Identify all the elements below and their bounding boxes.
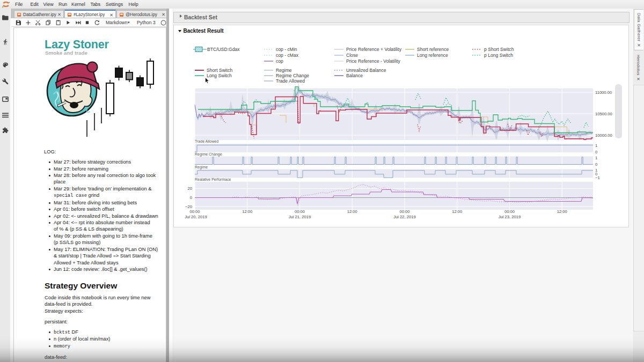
svg-text:20: 20 [188,186,192,191]
svg-text:Jul 22, 2019: Jul 22, 2019 [393,215,415,219]
svg-text:12:00: 12:00 [452,209,462,214]
svg-text:−20: −20 [185,204,192,209]
svg-text:Close: Close [346,53,358,58]
svg-text:1: 1 [595,156,597,160]
svg-text:Jul 20, 2019: Jul 20, 2019 [185,215,207,219]
svg-text:cop - cMax: cop - cMax [276,53,299,58]
svg-text:Price Reference + Volatility: Price Reference + Volatility [346,47,402,52]
svg-text:Unrealized Balance: Unrealized Balance [346,68,386,73]
svg-text:Regime Change: Regime Change [195,152,222,157]
svg-text:10000.00: 10000.00 [595,133,612,138]
svg-text:Price Reference - Volatility: Price Reference - Volatility [346,58,400,64]
svg-text:0: 0 [595,150,597,154]
svg-text:00:00: 00:00 [399,209,409,214]
svg-text:Short reference: Short reference [417,47,449,52]
svg-text:−1: −1 [595,175,600,180]
svg-text:11000.00: 11000.00 [595,90,612,95]
svg-text:Regime: Regime [276,68,292,73]
svg-text:cop: cop [276,58,283,64]
svg-text:Jul 21, 2019: Jul 21, 2019 [289,215,311,219]
svg-text:Realative Performace: Realative Performace [195,178,231,181]
svg-text:p Short Switch: p Short Switch [484,47,514,52]
svg-text:Long Switch: Long Switch [207,73,232,78]
svg-text:0: 0 [190,195,192,200]
svg-text:Regime: Regime [195,165,208,169]
svg-text:00:00: 00:00 [189,209,200,214]
svg-text:p Long Switch: p Long Switch [484,53,513,58]
svg-text:0: 0 [595,162,597,167]
svg-text:00:00: 00:00 [295,209,305,214]
svg-text:BTC/USD:Gdax: BTC/USD:Gdax [207,47,240,52]
svg-text:Short Switch: Short Switch [207,68,232,73]
svg-text:Trade Allowed: Trade Allowed [195,139,218,143]
svg-text:1: 1 [595,143,597,148]
svg-text:Balance: Balance [346,73,363,78]
svg-text:12:00: 12:00 [242,209,252,214]
svg-text:00:00: 00:00 [504,209,515,214]
svg-text:10500.00: 10500.00 [595,112,612,116]
svg-text:cop - cMin: cop - cMin [276,47,297,52]
svg-text:Regime Change: Regime Change [276,73,309,78]
svg-text:Jul 23, 2019: Jul 23, 2019 [499,215,521,219]
svg-text:Long reference: Long reference [417,53,448,58]
svg-text:12:00: 12:00 [347,209,357,214]
svg-text:Trade Allowed: Trade Allowed [276,78,305,84]
svg-text:12:00: 12:00 [557,209,567,214]
